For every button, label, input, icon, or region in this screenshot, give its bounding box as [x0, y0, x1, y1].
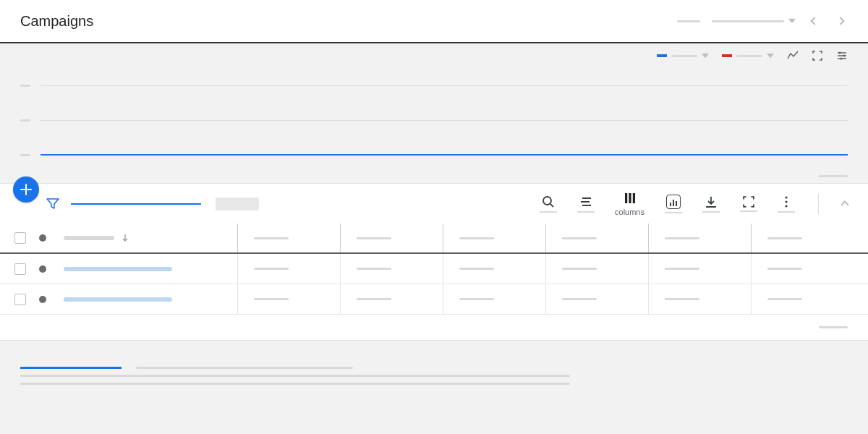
bottom-link[interactable] — [20, 367, 122, 369]
legend-series-1[interactable] — [657, 54, 709, 58]
filter-chip[interactable] — [216, 197, 259, 210]
date-prev-button[interactable] — [807, 14, 822, 28]
text-placeholder — [20, 375, 570, 377]
search-icon — [542, 195, 555, 208]
row-checkbox[interactable] — [14, 294, 26, 305]
caret-down-icon — [702, 54, 709, 58]
campaign-name-link[interactable] — [64, 267, 172, 271]
legend-series-2[interactable] — [722, 54, 774, 58]
column-header[interactable] — [237, 224, 340, 252]
segment-button[interactable] — [577, 195, 595, 213]
column-header[interactable] — [648, 224, 751, 252]
table-cell — [237, 254, 340, 284]
status-dot-icon — [39, 265, 46, 273]
column-header[interactable] — [443, 224, 545, 252]
svg-rect-5 — [629, 193, 631, 203]
expand-icon — [743, 196, 754, 208]
search-button[interactable] — [540, 195, 557, 213]
svg-point-9 — [785, 205, 787, 207]
svg-point-2 — [841, 58, 843, 60]
table-cell — [237, 284, 340, 314]
svg-point-8 — [785, 200, 787, 203]
reports-button[interactable] — [665, 195, 682, 213]
sort-arrow-down-icon — [122, 234, 129, 242]
table-row[interactable] — [0, 284, 868, 315]
table-cell — [443, 254, 545, 284]
svg-point-3 — [543, 197, 551, 205]
svg-rect-6 — [632, 193, 634, 203]
more-options-button[interactable] — [778, 195, 795, 213]
table-cell — [443, 284, 545, 314]
add-campaign-button[interactable] — [13, 176, 39, 203]
columns-button[interactable]: columns — [615, 192, 644, 216]
text-placeholder — [20, 383, 570, 385]
table-cell — [751, 284, 854, 314]
caret-down-icon — [788, 19, 796, 23]
filter-chip-link[interactable] — [71, 203, 201, 205]
table-cell — [340, 254, 443, 284]
table-footer — [0, 315, 868, 341]
table-cell — [545, 254, 648, 284]
svg-point-1 — [843, 55, 846, 57]
chart-series-line — [41, 154, 848, 156]
table-cell — [751, 254, 854, 284]
campaign-name-link[interactable] — [64, 297, 172, 302]
expand-table-button[interactable] — [740, 196, 757, 212]
column-header[interactable] — [751, 224, 854, 252]
download-icon — [705, 195, 718, 208]
date-range-selector[interactable] — [712, 19, 796, 23]
swatch-blue — [657, 54, 667, 57]
vertical-dots-icon — [780, 195, 793, 208]
table-toolbar: columns — [0, 183, 868, 224]
text-placeholder — [136, 367, 353, 369]
table-cell — [648, 284, 751, 314]
row-checkbox[interactable] — [14, 263, 26, 275]
campaigns-table — [0, 224, 868, 315]
campaign-name-header[interactable] — [64, 234, 237, 242]
table-cell — [545, 284, 648, 314]
expand-chart-button[interactable] — [812, 50, 823, 61]
date-next-button[interactable] — [833, 14, 848, 28]
svg-point-7 — [785, 196, 787, 198]
collapse-panel-button[interactable] — [842, 197, 848, 210]
download-button[interactable] — [702, 195, 720, 213]
reports-icon — [666, 195, 681, 209]
column-header[interactable] — [545, 224, 648, 252]
select-all-checkbox[interactable] — [14, 232, 26, 244]
filter-button[interactable] — [46, 197, 59, 210]
svg-point-0 — [839, 52, 841, 54]
columns-label: columns — [615, 208, 644, 216]
page-title: Campaigns — [20, 13, 93, 30]
chart-legend-bar — [0, 43, 868, 68]
caret-down-icon — [767, 54, 774, 58]
breadcrumb-placeholder — [677, 20, 700, 22]
segment-icon — [579, 195, 592, 208]
pagination-placeholder — [819, 326, 848, 328]
columns-icon — [624, 192, 637, 205]
table-header-row — [0, 224, 868, 254]
page-header: Campaigns — [0, 0, 868, 43]
svg-rect-4 — [625, 193, 627, 203]
status-dot-icon — [39, 296, 46, 303]
status-header-icon — [39, 234, 46, 242]
table-cell — [340, 284, 443, 314]
swatch-red — [722, 54, 732, 57]
chart-area — [0, 68, 868, 183]
bottom-section — [0, 341, 868, 399]
column-header[interactable] — [340, 224, 443, 252]
chart-x-label — [819, 175, 848, 177]
chart-settings-button[interactable] — [836, 50, 848, 61]
table-cell — [648, 254, 751, 284]
table-row[interactable] — [0, 254, 868, 284]
chart-type-button[interactable] — [787, 50, 799, 61]
header-controls — [677, 14, 848, 28]
